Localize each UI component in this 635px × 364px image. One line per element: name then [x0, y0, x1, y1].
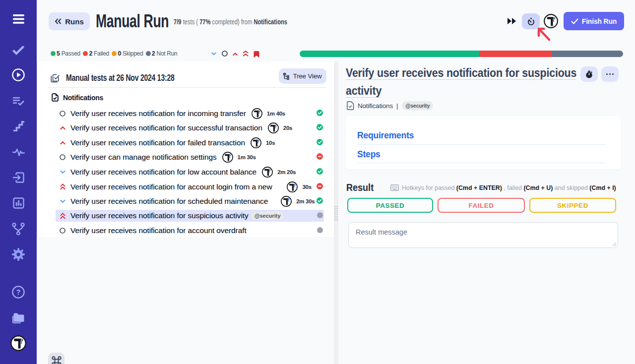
svg-text:?: ?: [16, 288, 21, 296]
